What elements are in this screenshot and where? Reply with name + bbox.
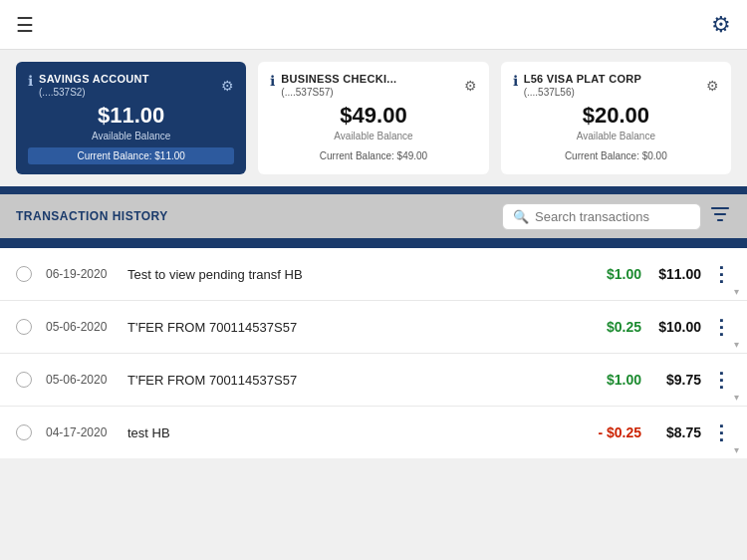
- account-card-savings[interactable]: ℹ SAVINGS ACCOUNT (....537S2) ⚙ $11.00 A…: [16, 62, 246, 174]
- transaction-section-bar: [0, 238, 747, 248]
- transaction-description: Test to view pending transf HB: [127, 267, 582, 282]
- transaction-amount: - $0.25: [582, 424, 641, 440]
- transaction-date: 05-06-2020: [46, 373, 127, 387]
- account-card-header: ℹ L56 VISA PLAT CORP (....537L56) ⚙: [513, 72, 719, 99]
- transaction-balance: $9.75: [641, 372, 701, 388]
- search-icon: 🔍: [513, 209, 529, 224]
- transaction-date: 04-17-2020: [46, 425, 127, 439]
- transaction-balance: $10.00: [641, 319, 701, 335]
- transaction-row[interactable]: 06-19-2020 Test to view pending transf H…: [0, 248, 747, 301]
- account-card-header: ℹ BUSINESS CHECKI... (....537S57) ⚙: [270, 72, 476, 99]
- info-icon[interactable]: ℹ: [270, 73, 275, 89]
- transaction-chevron-icon: ▾: [734, 286, 739, 297]
- account-number: (....537L56): [524, 86, 641, 99]
- transaction-chevron-icon: ▾: [734, 339, 739, 350]
- account-name: BUSINESS CHECKI...: [281, 72, 396, 86]
- transaction-more-icon[interactable]: ⋮: [711, 315, 731, 339]
- transaction-amount: $0.25: [582, 319, 641, 335]
- transaction-row[interactable]: 05-06-2020 T'FER FROM 700114537S57 $1.00…: [0, 354, 747, 407]
- account-available-amount: $20.00: [513, 103, 719, 129]
- hamburger-icon[interactable]: ☰: [16, 13, 34, 37]
- account-gear-icon[interactable]: ⚙: [221, 78, 234, 94]
- account-current-balance: Current Balance: $49.00: [270, 147, 476, 164]
- account-info-left: ℹ BUSINESS CHECKI... (....537S57): [270, 72, 396, 99]
- account-info-left: ℹ L56 VISA PLAT CORP (....537L56): [513, 72, 641, 99]
- filter-icon[interactable]: [709, 203, 731, 230]
- transaction-radio[interactable]: [16, 424, 32, 440]
- transaction-chevron-icon: ▾: [734, 444, 739, 455]
- account-number: (....537S57): [281, 86, 396, 99]
- transaction-header: TRANSACTION HISTORY 🔍: [0, 194, 747, 238]
- transaction-row[interactable]: 05-06-2020 T'FER FROM 700114537S57 $0.25…: [0, 301, 747, 354]
- account-info-left: ℹ SAVINGS ACCOUNT (....537S2): [28, 72, 149, 99]
- transaction-row[interactable]: 04-17-2020 test HB - $0.25 $8.75 ⋮ ▾: [0, 407, 747, 458]
- account-available-label: Available Balance: [270, 131, 476, 141]
- transaction-more-icon[interactable]: ⋮: [711, 262, 731, 286]
- settings-icon[interactable]: ⚙: [711, 12, 731, 38]
- info-icon[interactable]: ℹ: [513, 73, 518, 89]
- transaction-balance: $11.00: [641, 266, 701, 282]
- info-icon[interactable]: ℹ: [28, 73, 33, 89]
- transaction-description: T'FER FROM 700114537S57: [127, 373, 582, 388]
- transaction-date: 06-19-2020: [46, 267, 127, 281]
- transaction-date: 05-06-2020: [46, 320, 127, 334]
- account-available-label: Available Balance: [28, 131, 234, 141]
- account-gear-icon[interactable]: ⚙: [706, 78, 719, 94]
- transaction-radio[interactable]: [16, 372, 32, 388]
- transaction-description: test HB: [127, 425, 582, 440]
- account-number: (....537S2): [39, 86, 149, 99]
- transaction-controls: 🔍: [502, 203, 731, 230]
- transaction-radio[interactable]: [16, 319, 32, 335]
- transaction-amount: $1.00: [582, 372, 641, 388]
- account-available-amount: $11.00: [28, 103, 234, 129]
- account-card-business-checking[interactable]: ℹ BUSINESS CHECKI... (....537S57) ⚙ $49.…: [258, 62, 488, 174]
- app-header: ☰ ⚙: [0, 0, 747, 50]
- account-available-amount: $49.00: [270, 103, 476, 129]
- transaction-history-title: TRANSACTION HISTORY: [16, 209, 168, 223]
- transaction-radio[interactable]: [16, 266, 32, 282]
- account-available-label: Available Balance: [513, 131, 719, 141]
- accounts-section: ℹ SAVINGS ACCOUNT (....537S2) ⚙ $11.00 A…: [0, 50, 747, 186]
- section-divider: [0, 186, 747, 194]
- transaction-more-icon[interactable]: ⋮: [711, 420, 731, 444]
- transactions-list: 06-19-2020 Test to view pending transf H…: [0, 248, 747, 458]
- transaction-description: T'FER FROM 700114537S57: [127, 320, 582, 335]
- transaction-amount: $1.00: [582, 266, 641, 282]
- transaction-more-icon[interactable]: ⋮: [711, 368, 731, 392]
- search-box[interactable]: 🔍: [502, 203, 701, 230]
- account-current-balance: Current Balance: $0.00: [513, 147, 719, 164]
- account-card-visa-plat[interactable]: ℹ L56 VISA PLAT CORP (....537L56) ⚙ $20.…: [501, 62, 731, 174]
- search-input[interactable]: [535, 209, 690, 224]
- account-current-balance: Current Balance: $11.00: [28, 147, 234, 164]
- account-gear-icon[interactable]: ⚙: [464, 78, 477, 94]
- account-card-header: ℹ SAVINGS ACCOUNT (....537S2) ⚙: [28, 72, 234, 99]
- transaction-chevron-icon: ▾: [734, 392, 739, 403]
- account-name: L56 VISA PLAT CORP: [524, 72, 641, 86]
- account-name: SAVINGS ACCOUNT: [39, 72, 149, 86]
- transaction-balance: $8.75: [641, 424, 701, 440]
